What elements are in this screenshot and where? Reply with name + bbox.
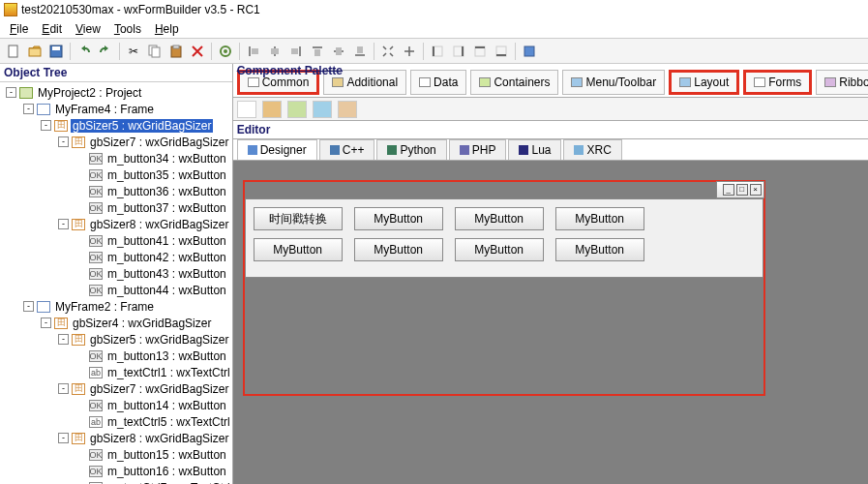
minimize-icon[interactable]: _	[723, 184, 734, 196]
copy-icon[interactable]	[145, 42, 165, 61]
tree-node[interactable]: OKm_button14 : wxButton	[0, 397, 232, 413]
palette-item-4[interactable]	[313, 101, 332, 118]
tree-node[interactable]: -MyFrame4 : Frame	[0, 101, 232, 117]
expand-toggle[interactable]: -	[23, 301, 34, 312]
form-button[interactable]: 时间戳转换	[254, 207, 343, 230]
align-right-icon[interactable]	[286, 42, 306, 61]
align-top-icon[interactable]	[308, 42, 327, 61]
align-bottom-icon[interactable]	[350, 42, 370, 61]
menu-tools[interactable]: Tools	[108, 20, 147, 38]
tree-label: gbSizer7 : wxGridBagSizer	[88, 382, 230, 396]
tree-node[interactable]: OKm_button15 : wxButton	[0, 446, 232, 463]
tree-node[interactable]: -田gbSizer7 : wxGridBagSizer	[0, 380, 232, 397]
form-button[interactable]: MyButton	[254, 238, 343, 261]
tree-label: m_button16 : wxButton	[105, 465, 228, 478]
form-button[interactable]: MyButton	[354, 238, 443, 261]
tree-node[interactable]: -MyProject2 : Project	[0, 84, 232, 101]
tab-cpp[interactable]: C++	[319, 139, 375, 160]
align-center-v-icon[interactable]	[329, 42, 348, 61]
expand-icon[interactable]	[378, 42, 398, 61]
tree-node[interactable]: OKm_button43 : wxButton	[0, 265, 232, 282]
form-button[interactable]: MyButton	[354, 207, 443, 230]
palette-item-5[interactable]	[338, 101, 357, 118]
border-right-icon[interactable]	[449, 42, 468, 61]
maximize-icon[interactable]: □	[736, 184, 748, 196]
stretch-icon[interactable]	[400, 42, 419, 61]
tab-lua[interactable]: Lua	[508, 139, 561, 160]
tree-node[interactable]: OKm_button37 : wxButton	[0, 199, 232, 216]
expand-toggle[interactable]: -	[41, 120, 51, 131]
save-icon[interactable]	[46, 42, 66, 61]
border-bottom-icon[interactable]	[492, 42, 511, 61]
menu-file[interactable]: File	[4, 20, 34, 38]
palette-item-1[interactable]	[237, 101, 256, 118]
expand-toggle[interactable]: -	[41, 318, 51, 328]
tab-xrc[interactable]: XRC	[563, 139, 621, 160]
tree-label: m_button44 : wxButton	[105, 284, 228, 297]
designer-canvas[interactable]: _ □ × 时间戳转换MyButtonMyButtonMyButton MyBu…	[233, 161, 868, 484]
undo-icon[interactable]	[75, 42, 94, 61]
delete-icon[interactable]	[188, 42, 207, 61]
expand-toggle[interactable]: -	[58, 219, 69, 229]
expand-toggle[interactable]: -	[23, 104, 34, 114]
window-title: test20210530max - wxFormBuilder v3.5 - R…	[21, 3, 260, 16]
menu-edit[interactable]: Edit	[36, 20, 68, 38]
tree-node[interactable]: abm_textCtrl5 : wxTextCtrl	[0, 413, 232, 430]
btn-icon: OK	[89, 466, 103, 477]
tree-node[interactable]: -田gbSizer8 : wxGridBagSizer	[0, 430, 232, 446]
tab-designer[interactable]: Designer	[237, 139, 317, 160]
palette-item-3[interactable]	[287, 101, 307, 118]
svg-rect-10	[249, 46, 251, 56]
new-icon[interactable]	[4, 42, 23, 61]
tree-node[interactable]: OKm_button44 : wxButton	[0, 282, 232, 298]
tree-node[interactable]: -田gbSizer4 : wxGridBagSizer	[0, 315, 232, 331]
design-frame[interactable]: _ □ × 时间戳转换MyButtonMyButtonMyButton MyBu…	[243, 180, 765, 396]
svg-rect-30	[524, 46, 534, 56]
open-icon[interactable]	[25, 42, 45, 61]
generate-icon[interactable]	[216, 42, 235, 61]
form-button[interactable]: MyButton	[455, 207, 544, 230]
tab-php[interactable]: PHP	[449, 139, 507, 160]
border-top-icon[interactable]	[470, 42, 490, 61]
tree-node[interactable]: OKm_button13 : wxButton	[0, 348, 232, 364]
tree-node[interactable]: abm_textCtrl7 : wxTextCtrl	[0, 479, 232, 484]
expand-toggle[interactable]: -	[58, 136, 69, 147]
svg-rect-15	[291, 48, 298, 54]
tree-node[interactable]: OKm_button36 : wxButton	[0, 183, 232, 199]
form-button[interactable]: MyButton	[555, 238, 644, 261]
border-left-icon[interactable]	[428, 42, 447, 61]
menu-help[interactable]: Help	[149, 20, 185, 38]
tree-node[interactable]: -MyFrame2 : Frame	[0, 298, 232, 315]
expand-toggle[interactable]: -	[58, 334, 69, 345]
form-button[interactable]: MyButton	[455, 238, 544, 261]
align-center-h-icon[interactable]	[265, 42, 284, 61]
menu-view[interactable]: View	[70, 20, 106, 38]
palette-title: Component Palette	[237, 64, 343, 77]
tree-node[interactable]: -田gbSizer8 : wxGridBagSizer	[0, 216, 232, 232]
tree-node[interactable]: OKm_button42 : wxButton	[0, 249, 232, 265]
paste-icon[interactable]	[166, 42, 186, 61]
palette-item-2[interactable]	[262, 101, 282, 118]
close-icon[interactable]: ×	[750, 184, 762, 196]
tab-python[interactable]: Python	[376, 139, 446, 160]
cut-icon[interactable]: ✂	[124, 42, 143, 61]
expand-toggle[interactable]: -	[6, 87, 16, 98]
form-button[interactable]: MyButton	[555, 207, 644, 230]
tree-node[interactable]: OKm_button41 : wxButton	[0, 232, 232, 249]
tree-node[interactable]: OKm_button16 : wxButton	[0, 463, 232, 479]
object-tree[interactable]: -MyProject2 : Project-MyFrame4 : Frame-田…	[0, 82, 232, 484]
tree-node[interactable]: OKm_button35 : wxButton	[0, 166, 232, 183]
sizer-icon: 田	[72, 433, 85, 444]
redo-icon[interactable]	[96, 42, 115, 61]
tree-label: m_button41 : wxButton	[105, 234, 228, 248]
tree-node[interactable]: -田gbSizer7 : wxGridBagSizer	[0, 134, 232, 150]
settings-icon[interactable]	[520, 42, 539, 61]
expand-toggle[interactable]: -	[58, 383, 69, 394]
tree-label: m_button35 : wxButton	[105, 168, 228, 182]
expand-toggle[interactable]: -	[58, 433, 69, 443]
align-left-icon[interactable]	[244, 42, 263, 61]
tree-node[interactable]: abm_textCtrl1 : wxTextCtrl	[0, 364, 232, 380]
tree-node[interactable]: -田gbSizer5 : wxGridBagSizer	[0, 331, 232, 348]
tree-node[interactable]: OKm_button34 : wxButton	[0, 150, 232, 166]
tree-node[interactable]: -田gbSizer5 : wxGridBagSizer	[0, 117, 232, 134]
